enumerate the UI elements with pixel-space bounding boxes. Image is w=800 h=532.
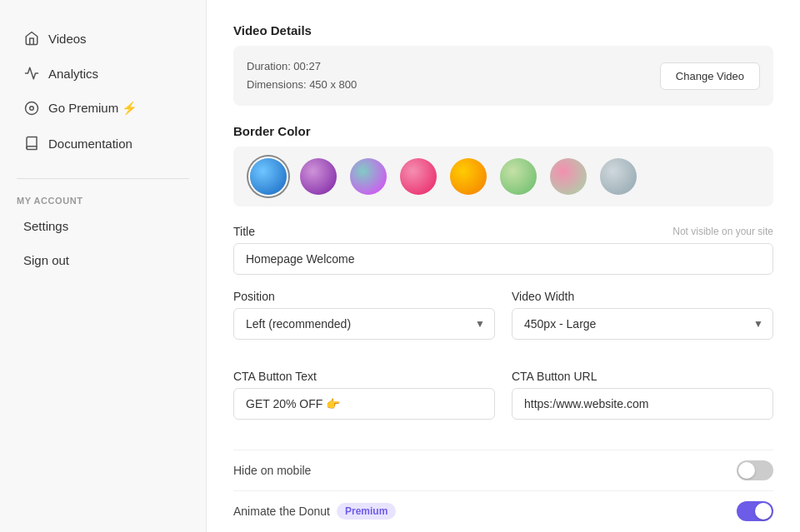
color-swatch-pink-green[interactable] (550, 158, 587, 195)
hide-on-mobile-label: Hide on mobile (233, 464, 311, 477)
analytics-icon (23, 65, 40, 82)
cta-row: CTA Button Text CTA Button URL (233, 370, 773, 435)
cta-url-input[interactable] (512, 388, 773, 420)
video-details-section: Video Details Duration: 00:27 Dimensions… (233, 23, 773, 106)
cta-text-label: CTA Button Text (233, 370, 317, 383)
color-swatch-teal-pink[interactable] (350, 158, 387, 195)
position-select-wrapper: Left (recommended) Right Center ▼ (233, 308, 495, 340)
svg-point-0 (26, 102, 38, 115)
sidebar-item-analytics[interactable]: Analytics (7, 57, 199, 90)
home-icon (23, 30, 40, 47)
color-swatch-blue[interactable] (250, 158, 287, 195)
animate-donut-knob (755, 503, 772, 520)
video-width-field-group: Video Width 450px - Large 350px - Medium… (512, 290, 773, 340)
color-swatches-box (233, 147, 773, 206)
cta-text-field-group: CTA Button Text (233, 370, 495, 420)
cta-url-label-row: CTA Button URL (512, 370, 773, 383)
title-label: Title (233, 225, 255, 238)
sidebar-nav: Videos Analytics Go Premium ⚡ (0, 13, 206, 168)
video-duration: Duration: 00:27 (247, 57, 357, 76)
book-icon (23, 135, 40, 152)
hide-on-mobile-toggle[interactable] (737, 460, 773, 480)
animate-donut-toggle[interactable] (737, 501, 773, 521)
sidebar-item-videos[interactable]: Videos (7, 22, 199, 55)
title-field-group: Title Not visible on your site (233, 225, 773, 275)
cta-text-input[interactable] (233, 388, 495, 420)
animate-donut-premium-badge: Premium (337, 503, 396, 520)
animate-donut-label: Animate the Donut (233, 505, 330, 518)
position-label: Position (233, 290, 275, 303)
color-swatch-purple[interactable] (300, 158, 337, 195)
title-label-row: Title Not visible on your site (233, 225, 773, 238)
position-select[interactable]: Left (recommended) Right Center (233, 308, 495, 340)
animate-donut-label-row: Animate the Donut Premium (233, 503, 396, 520)
sidebar: Videos Analytics Go Premium ⚡ (0, 0, 207, 532)
cta-text-label-row: CTA Button Text (233, 370, 495, 383)
title-hint: Not visible on your site (672, 226, 773, 237)
sidebar-divider (17, 178, 189, 179)
svg-point-1 (30, 107, 34, 111)
color-swatch-light-blue[interactable] (600, 158, 637, 195)
border-color-section: Border Color (233, 124, 773, 206)
color-swatch-green[interactable] (500, 158, 537, 195)
video-details-title: Video Details (233, 23, 773, 37)
sidebar-item-signout-label: Sign out (23, 253, 69, 267)
color-swatch-orange[interactable] (450, 158, 487, 195)
animate-donut-row: Animate the Donut Premium (233, 490, 773, 531)
sidebar-item-premium[interactable]: Go Premium ⚡ (7, 92, 199, 125)
sidebar-item-signout[interactable]: Sign out (7, 245, 199, 276)
sidebar-item-videos-label: Videos (48, 32, 87, 46)
video-details-box: Duration: 00:27 Dimensions: 450 x 800 Ch… (233, 46, 773, 106)
sidebar-item-analytics-label: Analytics (48, 67, 98, 81)
border-color-title: Border Color (233, 124, 773, 138)
hide-on-mobile-knob (738, 462, 755, 479)
video-width-select-wrapper: 450px - Large 350px - Medium 250px - Sma… (512, 308, 773, 340)
cta-url-label: CTA Button URL (512, 370, 597, 383)
position-label-row: Position (233, 290, 495, 303)
sidebar-item-documentation[interactable]: Documentation (7, 127, 199, 160)
video-dimensions: Dimensions: 450 x 800 (247, 76, 357, 94)
position-field-group: Position Left (recommended) Right Center… (233, 290, 495, 340)
sidebar-item-premium-label: Go Premium ⚡ (48, 101, 138, 116)
title-input[interactable] (233, 243, 773, 275)
video-width-select[interactable]: 450px - Large 350px - Medium 250px - Sma… (512, 308, 773, 340)
position-width-row: Position Left (recommended) Right Center… (233, 290, 773, 355)
video-info: Duration: 00:27 Dimensions: 450 x 800 (247, 57, 357, 94)
video-width-label: Video Width (512, 290, 574, 303)
sidebar-item-settings-label: Settings (23, 219, 68, 233)
color-swatch-pink[interactable] (400, 158, 437, 195)
cta-url-field-group: CTA Button URL (512, 370, 773, 420)
main-content: Video Details Duration: 00:27 Dimensions… (207, 0, 800, 532)
sidebar-item-documentation-label: Documentation (48, 137, 132, 151)
sidebar-item-settings[interactable]: Settings (7, 211, 199, 241)
change-video-button[interactable]: Change Video (660, 62, 760, 90)
account-section-label: MY ACCOUNT (0, 189, 206, 209)
video-width-label-row: Video Width (512, 290, 773, 303)
hide-on-mobile-row: Hide on mobile (233, 450, 773, 490)
premium-icon (23, 100, 40, 117)
